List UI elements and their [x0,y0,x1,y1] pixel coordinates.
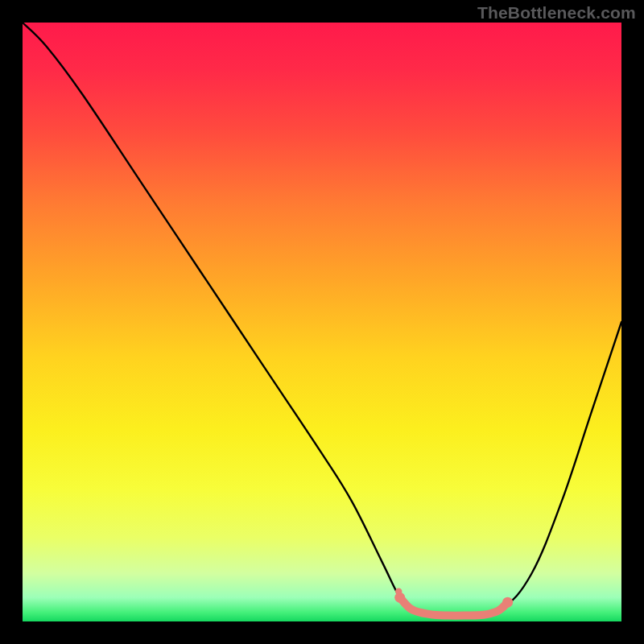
watermark-text: TheBottleneck.com [477,3,636,23]
highlight-dot [395,588,402,595]
highlight-dot [502,597,513,608]
chart-frame: TheBottleneck.com [0,0,644,644]
optimal-range-dots [394,588,513,608]
plot-area [23,23,621,621]
chart-svg [23,23,621,621]
bottleneck-curve [23,23,621,617]
optimal-range-line [400,597,508,615]
